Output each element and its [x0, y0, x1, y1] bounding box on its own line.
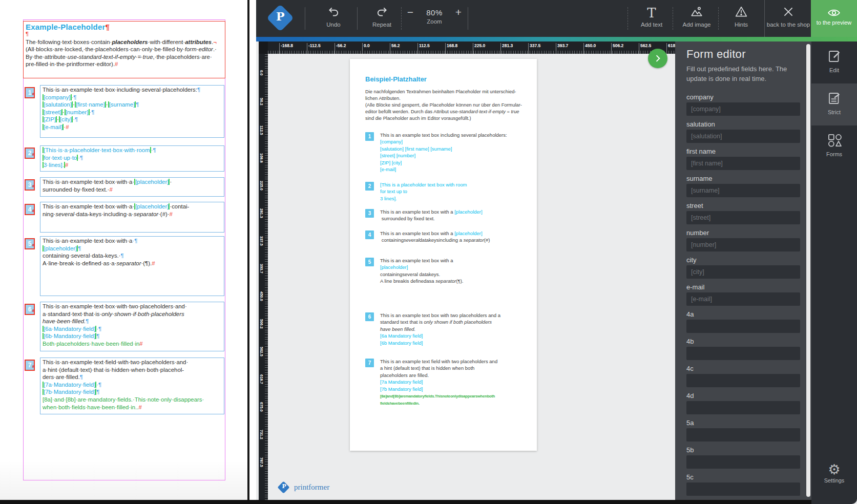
form-editor-panel: Form editor Fill out predefined fields h…	[675, 41, 811, 500]
form-field-4a: 4a	[686, 309, 800, 333]
artwork-text-block-2[interactable]: 2[This is a placeholder text box with ro…	[365, 181, 529, 202]
form-field-input-4b[interactable]	[686, 347, 800, 360]
text-line: [street] [number]	[380, 152, 529, 159]
right-sidebar: EditStrictForms ⚙ Settings	[811, 41, 857, 504]
artwork-page[interactable]: Beispiel-Platzhalter Die nachfolgenden T…	[350, 59, 537, 451]
settings-button[interactable]: ⚙ Settings	[811, 462, 857, 484]
zoom-label: Zoom	[427, 18, 442, 25]
text-line: [ZIP] [city]	[380, 159, 529, 166]
ruler-label: 506.2	[259, 319, 264, 329]
text-line: [7b·Mandatory·field]¶	[43, 388, 222, 396]
ruler-label: 168.8	[259, 153, 264, 163]
text-line: This is an example text box including se…	[380, 132, 529, 138]
ruler-label: -112.5	[308, 43, 321, 48]
text-line: surrounded by fixed text.	[380, 215, 529, 222]
text-line: 3 lines].	[380, 195, 529, 202]
ruler-label: 393.7	[259, 264, 264, 274]
text-line: This is an example text box with a	[380, 257, 529, 264]
text-line: This is an example text box with two pla…	[380, 312, 529, 319]
pilcrow-mark: ¶	[26, 31, 223, 37]
back-to-shop-button[interactable]: back to the shop	[766, 0, 810, 37]
text-line: [placeholder]	[380, 264, 529, 270]
to-the-preview-button[interactable]: to the preview	[811, 0, 857, 37]
form-field-label: 5c	[686, 472, 800, 482]
design-canvas[interactable]: Beispiel-Platzhalter Die nachfolgenden T…	[268, 54, 675, 500]
ruler-corner	[259, 41, 268, 54]
form-field-input-5b[interactable]	[686, 455, 800, 469]
text-line: [e-mail]·#	[43, 123, 222, 131]
add-text-button[interactable]: T Add text	[631, 0, 672, 37]
add-image-button[interactable]: Add image	[675, 0, 718, 37]
form-field-input-surname[interactable]	[686, 184, 800, 197]
repeat-button[interactable]: Repeat	[363, 0, 401, 37]
form-field-label: e-mail	[686, 282, 800, 292]
text-line: lichen Attributen.	[365, 95, 522, 102]
zoom-in-button[interactable]: +	[452, 6, 465, 18]
form-field-label: street	[686, 201, 800, 211]
text-line: [salutation] [first name] [surname]	[380, 145, 529, 152]
ruler-label: 0.0	[364, 43, 370, 48]
form-field-input-4a[interactable]	[686, 320, 800, 333]
artwork-text-block-4[interactable]: 4This is an example text box with a [pla…	[365, 230, 529, 244]
block-number-badge: 1	[365, 132, 374, 141]
sidebar-tab-forms[interactable]: Forms	[811, 125, 857, 167]
text-line: This·is·an·example·text·box·with·two·pla…	[43, 303, 222, 310]
form-field-input-number[interactable]	[686, 238, 800, 251]
ruler-label: 281.3	[502, 43, 513, 48]
text-frame-badge-4: 4#	[25, 204, 35, 215]
form-fields: companysalutationfirst namesurnamestreet…	[686, 92, 800, 504]
locked-text-frame-3: This·is·an·example·text·box·with·a·[plac…	[40, 177, 224, 197]
ruler-label: 112.5	[419, 43, 430, 48]
form-panel-scrollbar[interactable]	[806, 44, 810, 497]
form-field-input-city[interactable]	[686, 265, 800, 279]
text-line: A·line·break·is·defined·as·a·separator·(…	[43, 260, 222, 267]
horizontal-ruler: -168.8-112.5-56.20.056.2112.5168.8225.02…	[259, 41, 675, 54]
text-line: placeholders are filled.	[380, 372, 529, 379]
form-field-input-company[interactable]	[686, 102, 800, 116]
form-field-input-street[interactable]	[686, 211, 800, 224]
artwork-text-block-6[interactable]: 6This is an example text box with two pl…	[365, 312, 529, 346]
artwork-text-block-1[interactable]: 1This is an example text box including s…	[365, 132, 529, 173]
undo-button[interactable]: Undo	[310, 0, 357, 37]
text-line: [ZIP]·[city]·¶	[43, 116, 222, 123]
image-icon	[675, 0, 718, 20]
text-line: Both·placeholders·have·been·filled·in#	[43, 340, 222, 348]
sidebar-tab-edit[interactable]: Edit	[811, 41, 857, 83]
ruler-label: 337.5	[530, 43, 540, 48]
undo-icon	[310, 0, 357, 20]
text-line: 3·lines].#	[43, 161, 222, 169]
ruler-label: 337.5	[259, 236, 264, 246]
text-line: [placeholder]¶	[43, 245, 222, 253]
strict-icon	[811, 91, 857, 109]
form-field-input-e-mail[interactable]	[686, 292, 800, 306]
form-field-surname: surname	[686, 174, 800, 197]
text-line: [6b·Mandatory·field]¶	[43, 332, 222, 340]
hints-button[interactable]: Hints	[721, 0, 762, 37]
zoom-out-button[interactable]: −	[404, 6, 416, 18]
form-field-input-5a[interactable]	[686, 428, 800, 442]
text-frame-badge-2: 2#	[25, 148, 35, 159]
form-field-input-5c[interactable]	[686, 482, 800, 496]
collapse-form-panel-button[interactable]	[648, 49, 667, 68]
form-field-label: surname	[686, 174, 800, 184]
form-field-input-first-name[interactable]	[686, 157, 800, 170]
sidebar-tab-strict[interactable]: Strict	[811, 83, 857, 125]
form-field-input-4c[interactable]	[686, 374, 800, 387]
form-field-input-4d[interactable]	[686, 401, 800, 414]
text-line: a·standard·text·that·is·only·shown·if·bo…	[43, 310, 222, 318]
artwork-text-block-7[interactable]: 7This is an example text field with two …	[365, 358, 529, 407]
form-field-input-salutation[interactable]	[686, 130, 800, 143]
form-field-company: company	[686, 92, 800, 116]
artwork-text-block-5[interactable]: 5This is an example text box with a[plac…	[365, 257, 529, 285]
intro-text-frame: Example-Placeholder¶ ¶ The·following·tex…	[23, 21, 225, 78]
forms-icon	[811, 133, 857, 151]
text-line: containingseveraldatakeysincluding a sep…	[380, 237, 529, 243]
toolbar: P Undo Repeat − 80% + Zoom	[256, 0, 857, 37]
text-line: editor befüllt werden. Durch das Attribu…	[365, 109, 522, 115]
artwork-text-block-3[interactable]: 3This is an example text box with a [pla…	[365, 208, 529, 222]
gear-icon: ⚙	[811, 462, 857, 477]
text-line: Die nachfolgenden Textrahmen beinhalten …	[365, 89, 522, 95]
ruler-label: 618.7	[259, 374, 264, 384]
zoom-controls: − 80% + Zoom	[401, 0, 468, 37]
locked-text-frame-7: This·is·an·example·text·field·with·two·p…	[40, 358, 224, 414]
